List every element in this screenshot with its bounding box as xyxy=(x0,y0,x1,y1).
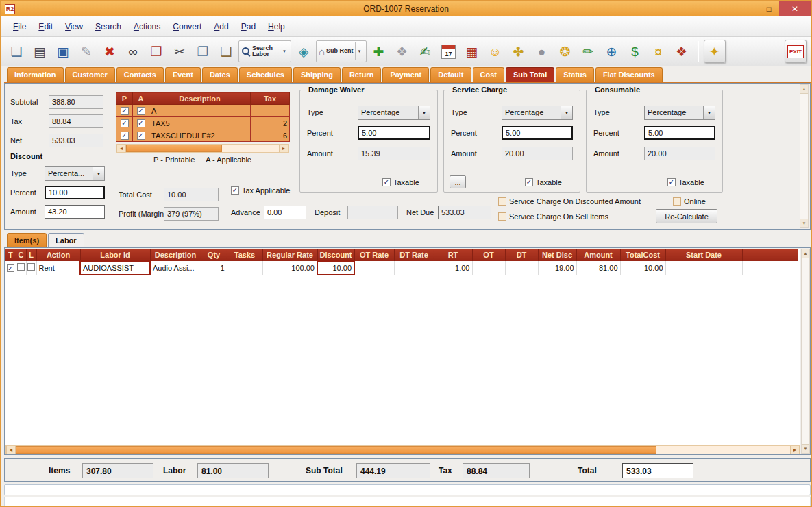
labor-cell-start-date[interactable] xyxy=(665,261,742,275)
scroll-left-icon[interactable]: ◄ xyxy=(6,446,16,454)
labor-cell-labor-id[interactable]: AUDIOASSIST xyxy=(80,261,150,275)
subtotal-vscrollbar[interactable]: ▲ ▼ xyxy=(800,84,809,228)
labor-cell-action[interactable]: Rent xyxy=(36,261,80,275)
magic-wand-icon[interactable]: ✦ xyxy=(704,40,726,63)
tab-labor[interactable]: Labor xyxy=(48,233,84,247)
search-labor-button[interactable]: Search Labor▼ xyxy=(238,40,291,62)
shapes-icon[interactable]: ◈ xyxy=(293,40,315,63)
tax-description-cell[interactable]: A xyxy=(149,105,251,117)
scrollbar-thumb[interactable] xyxy=(16,446,656,454)
tax-table-row[interactable]: ✓✓TAX52 xyxy=(116,117,290,129)
binoculars-icon[interactable]: ∞ xyxy=(122,40,144,63)
labor-col-qty[interactable]: Qty xyxy=(201,249,227,261)
new-document-icon[interactable]: ❏ xyxy=(5,40,27,63)
printable-cell[interactable]: ✓ xyxy=(116,129,133,142)
menu-item-convert[interactable]: Convert xyxy=(167,18,208,35)
discount-type-combo[interactable]: Percenta... ▼ xyxy=(45,166,105,181)
sc-taxable-checkbox[interactable]: ✓ Taxable xyxy=(525,178,562,186)
menu-item-pad[interactable]: Pad xyxy=(235,18,262,35)
applicable-cell[interactable]: ✓ xyxy=(133,117,149,129)
gold-icon[interactable]: ❂ xyxy=(554,40,576,63)
tab-default[interactable]: Default xyxy=(430,67,471,82)
labor-col-ot[interactable]: OT xyxy=(472,249,505,261)
notes-icon[interactable]: ✏ xyxy=(578,40,600,63)
applicable-cell[interactable]: ✓ xyxy=(133,105,149,117)
menu-item-add[interactable]: Add xyxy=(208,18,234,35)
save-icon[interactable]: ▣ xyxy=(52,40,74,63)
labor-cell-regular-rate[interactable]: 100.00 xyxy=(262,261,317,275)
menu-item-file[interactable]: File xyxy=(7,18,32,35)
scroll-down-icon[interactable]: ▼ xyxy=(802,444,809,453)
money-stack-icon[interactable]: ❖ xyxy=(671,40,693,63)
tab-flat-discounts[interactable]: Flat Discounts xyxy=(595,67,663,82)
scroll-up-icon[interactable]: ▲ xyxy=(802,249,809,258)
labor-cell-tasks[interactable] xyxy=(227,261,262,275)
sub-rent-button[interactable]: ⌂Sub Rent▼ xyxy=(316,40,367,62)
labor-col-totalcost[interactable]: TotalCost xyxy=(620,249,665,261)
labor-col-dt[interactable]: DT xyxy=(505,249,538,261)
menu-item-help[interactable]: Help xyxy=(262,18,291,35)
printable-cell[interactable]: ✓ xyxy=(116,105,133,117)
stone-icon[interactable]: ● xyxy=(531,40,553,63)
print-icon[interactable]: ▤ xyxy=(29,40,51,63)
discount-amount-field[interactable]: 43.20 xyxy=(45,205,105,219)
labor-col-c[interactable]: C xyxy=(16,249,26,261)
labor-col-regular-rate[interactable]: Regular Rate xyxy=(262,249,317,261)
labor-col-description[interactable]: Description xyxy=(150,249,201,261)
labor-col-action[interactable]: Action xyxy=(36,249,80,261)
labor-row[interactable]: ✓RentAUDIOASSISTAudio Assi...1100.0010.0… xyxy=(5,261,798,275)
edit-pad-icon[interactable]: ✍ xyxy=(415,40,436,63)
labor-cell-description[interactable]: Audio Assi... xyxy=(150,261,201,275)
dollar-icon[interactable]: $ xyxy=(624,40,646,63)
advance-field[interactable]: 0.00 xyxy=(264,206,306,219)
printable-cell[interactable]: ✓ xyxy=(116,117,133,129)
sc-discounted-checkbox[interactable]: Service Charge On Discounted Amount xyxy=(498,197,641,206)
labor-col-ot-rate[interactable]: OT Rate xyxy=(354,249,394,261)
labor-cell-discount[interactable]: 10.00 xyxy=(317,261,354,275)
labor-hscrollbar[interactable]: ◄ ► xyxy=(5,445,800,454)
menu-item-actions[interactable]: Actions xyxy=(127,18,167,35)
labor-cell-ot[interactable] xyxy=(472,261,505,275)
labor-cell-ot-rate[interactable] xyxy=(354,261,394,275)
labor-col-discount[interactable]: Discount xyxy=(317,249,354,261)
add-icon[interactable]: ✚ xyxy=(368,40,390,63)
menu-item-view[interactable]: View xyxy=(59,18,89,35)
organization-icon[interactable]: ▦ xyxy=(461,40,483,63)
tax-applicable-checkbox[interactable]: ✓ Tax Applicable xyxy=(231,186,290,195)
sc-more-button[interactable]: ... xyxy=(450,175,466,188)
sc-type-combo[interactable]: Percentage ▼ xyxy=(502,106,573,120)
labor-cell-total-cost[interactable]: 10.00 xyxy=(620,261,665,275)
smiley-icon[interactable]: ☺ xyxy=(484,40,506,63)
labor-cell-l[interactable] xyxy=(26,261,36,275)
scroll-right-icon[interactable]: ► xyxy=(279,145,288,152)
tab-return[interactable]: Return xyxy=(342,67,381,82)
labor-cell-qty[interactable]: 1 xyxy=(201,261,227,275)
labor-vscrollbar[interactable]: ▲ ▼ xyxy=(801,249,810,454)
scroll-right-icon[interactable]: ► xyxy=(790,446,800,454)
labor-col-start-date[interactable]: Start Date xyxy=(665,249,742,261)
co-type-combo[interactable]: Percentage ▼ xyxy=(644,106,715,120)
tab-event[interactable]: Event xyxy=(165,67,201,82)
paste-icon[interactable]: ❑ xyxy=(215,40,237,63)
labor-cell-dt-rate[interactable] xyxy=(394,261,434,275)
labor-cell-net-disc[interactable]: 19.00 xyxy=(538,261,576,275)
labor-cell-t[interactable]: ✓ xyxy=(5,261,16,275)
find-replace-icon[interactable]: ❒ xyxy=(145,40,167,63)
applicable-cell[interactable]: ✓ xyxy=(133,129,149,142)
labor-col-dt-rate[interactable]: DT Rate xyxy=(394,249,434,261)
labor-cell-amount[interactable]: 81.00 xyxy=(576,261,620,275)
tax-value-cell[interactable] xyxy=(251,105,290,117)
tab-payment[interactable]: Payment xyxy=(382,67,429,82)
tax-hscrollbar[interactable]: ◄ ► xyxy=(116,144,289,153)
minimize-button[interactable]: – xyxy=(738,1,759,16)
dw-type-combo[interactable]: Percentage ▼ xyxy=(358,106,430,120)
close-button[interactable]: ✕ xyxy=(779,1,811,16)
scroll-left-icon[interactable]: ◄ xyxy=(116,145,126,152)
labor-col-rt[interactable]: RT xyxy=(434,249,472,261)
coins-icon[interactable]: ¤ xyxy=(648,40,669,63)
tab-contacts[interactable]: Contacts xyxy=(116,67,164,82)
labor-cell-dt[interactable] xyxy=(505,261,538,275)
tab-status[interactable]: Status xyxy=(556,67,594,82)
delete-icon[interactable]: ✖ xyxy=(99,40,121,63)
copy-icon[interactable]: ❐ xyxy=(192,40,214,63)
